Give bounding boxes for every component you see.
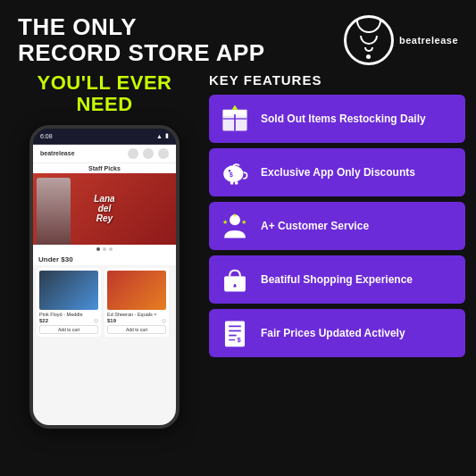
feature-item-customer-service: ★ ★ ★ A+ Customer Service (209, 202, 465, 250)
product-row-1: $22 ♡ (39, 318, 98, 325)
key-features-title: KEY FEATURES (209, 72, 465, 88)
svg-text:★: ★ (222, 219, 228, 225)
feature-text-restock: Sold Out Items Restocking Daily (261, 113, 426, 125)
phone-status-icons: ▲ ▮ (156, 132, 169, 139)
dot-1 (96, 247, 100, 251)
add-to-cart-2[interactable]: Add to cart (107, 325, 166, 334)
phone-app-logo: beatrelease (40, 150, 75, 156)
svg-text:$: $ (230, 171, 233, 179)
svg-rect-8 (235, 181, 238, 184)
battery-icon: ▮ (165, 132, 169, 139)
product-card-2: Ed Sheeran - Equals = $19 ♡ Add to cart (104, 268, 169, 337)
prices-svg: $ (220, 318, 250, 348)
left-side: YOU'LL EVER NEED 6:08 ▲ ▮ (11, 72, 198, 467)
phone-nav-icons (128, 148, 169, 159)
feature-text-shopping: Beatiful Shopping Experience (261, 273, 413, 286)
search-icon (128, 148, 138, 159)
piggy-bank-icon: $ (218, 155, 252, 189)
tagline: YOU'LL EVER NEED (11, 72, 198, 115)
phone-status-bar: 6:08 ▲ ▮ (33, 129, 176, 145)
tagline-line1: YOU'LL EVER (38, 71, 172, 94)
staff-picks-label: Staff Picks (33, 163, 176, 173)
customer-service-svg: ★ ★ ★ (220, 211, 250, 241)
wishlist-icon-1: ♡ (94, 318, 98, 324)
product-title-2: Ed Sheeran - Equals = (107, 312, 166, 317)
product-row-2: $19 ♡ (107, 318, 166, 325)
product-card-1: Pink Floyd - Meddle $22 ♡ Add to cart (37, 268, 101, 337)
phone-app-header: beatrelease (33, 145, 176, 163)
heart-icon (143, 148, 154, 159)
svg-text:★: ★ (241, 219, 246, 225)
phone-banner: LanadelRey (33, 173, 176, 245)
product-price-1: $22 (39, 318, 48, 323)
svg-marker-4 (232, 105, 238, 110)
discounts-svg: $ (220, 157, 250, 188)
phone-time: 6:08 (40, 133, 53, 139)
product-price-2: $19 (107, 318, 116, 323)
svg-rect-17 (225, 322, 245, 347)
header: THE ONLY RECORD STORE APP beatrelease (0, 0, 476, 72)
arc3-icon (364, 47, 373, 52)
dot-2 (103, 247, 106, 251)
feature-text-discounts: Exclusive App Only Discounts (261, 166, 415, 179)
logo-signal (356, 21, 381, 59)
bag-icon (218, 263, 252, 296)
feature-item-shopping: Beatiful Shopping Experience (209, 255, 465, 304)
feature-text-customer-service: A+ Customer Service (261, 220, 369, 232)
title-line1: THE ONLY (18, 13, 137, 40)
right-side: KEY FEATURES (209, 72, 465, 467)
arc1-icon (356, 21, 381, 33)
album-text: LanadelRey (94, 194, 114, 223)
svg-text:★: ★ (232, 213, 237, 218)
receipt-icon: $ (218, 316, 252, 350)
body: YOU'LL EVER NEED 6:08 ▲ ▮ (0, 72, 476, 476)
feature-text-prices: Fair Prices Updated Actively (261, 327, 405, 339)
arc2-icon (360, 36, 378, 45)
feature-item-prices: $ Fair Prices Updated Actively (209, 309, 465, 357)
star-person-icon: ★ ★ ★ (218, 209, 252, 243)
header-title: THE ONLY RECORD STORE APP (18, 14, 344, 65)
shopping-svg (220, 264, 250, 295)
features-list: Sold Out Items Restocking Daily (209, 95, 465, 357)
title-line2: RECORD STORE APP (18, 39, 265, 66)
product-title-1: Pink Floyd - Meddle (39, 312, 98, 317)
svg-point-5 (223, 166, 243, 183)
wishlist-icon-2: ♡ (162, 318, 166, 324)
cart-icon (158, 148, 169, 159)
phone-screen: beatrelease Staff Picks (33, 145, 176, 425)
product-image-2 (107, 271, 166, 310)
feature-item-restock: Sold Out Items Restocking Daily (209, 95, 465, 143)
add-to-cart-1[interactable]: Add to cart (39, 325, 98, 334)
restock-svg (220, 104, 250, 134)
carousel-dots (33, 245, 176, 254)
box-icon (218, 102, 252, 136)
phone-products: Pink Floyd - Meddle $22 ♡ Add to cart Ed… (33, 265, 176, 339)
under-label: Under $30 (33, 254, 176, 265)
svg-rect-7 (230, 181, 233, 184)
logo-circle (344, 15, 394, 65)
main-title: THE ONLY RECORD STORE APP (18, 14, 344, 65)
svg-rect-15 (224, 277, 246, 281)
product-image-1 (39, 271, 98, 310)
arc-dot-icon (366, 54, 371, 59)
logo-text: beatrelease (399, 35, 458, 46)
logo-area: beatrelease (344, 15, 458, 65)
wifi-icon: ▲ (156, 133, 163, 139)
tagline-line2: NEED (76, 93, 132, 115)
person-silhouette (37, 178, 71, 245)
phone-mockup: 6:08 ▲ ▮ beatrelease (29, 125, 180, 429)
svg-text:$: $ (238, 336, 242, 344)
app-container: THE ONLY RECORD STORE APP beatrelease YO… (0, 0, 476, 476)
phone-wrapper: 6:08 ▲ ▮ beatrelease (11, 125, 198, 467)
dot-3 (109, 247, 113, 251)
feature-item-discounts: $ Exclusive App Only Discounts (209, 148, 465, 196)
